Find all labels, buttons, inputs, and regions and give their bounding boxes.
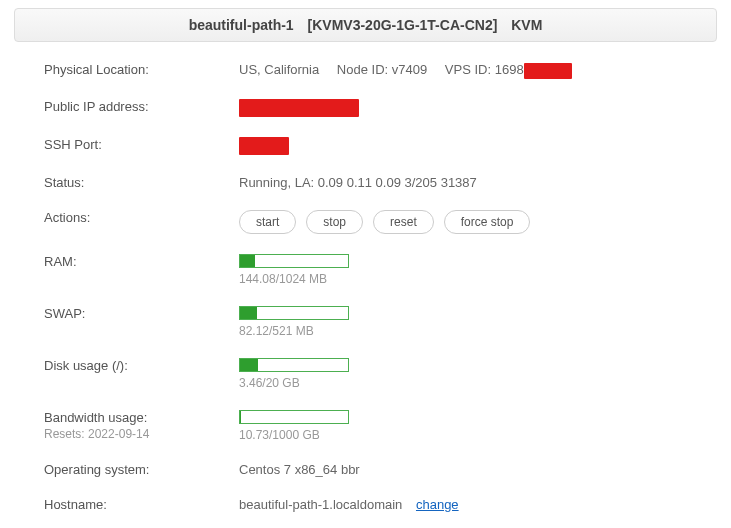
disk-progress [239,358,349,372]
row-status: Status: Running, LA: 0.09 0.11 0.09 3/20… [14,165,717,200]
actions-label: Actions: [44,210,239,225]
ram-progress [239,254,349,268]
vps-virt-type: KVM [511,17,542,33]
hostname-change-link[interactable]: change [416,497,459,512]
public-ip-redacted [239,99,359,117]
status-value: Running, LA: 0.09 0.11 0.09 3/205 31387 [239,175,717,190]
status-label: Status: [44,175,239,190]
row-physical-location: Physical Location: US, California Node I… [14,52,717,89]
row-swap: SWAP: 82.12/521 MB [14,296,717,348]
ssh-port-redacted [239,137,289,155]
node-id-value: v7409 [392,62,427,77]
physical-location-label: Physical Location: [44,62,239,77]
ssh-port-label: SSH Port: [44,137,239,152]
swap-usage-text: 82.12/521 MB [239,324,717,338]
bandwidth-reset-label: Resets: 2022-09-14 [44,427,239,441]
os-label: Operating system: [44,462,239,477]
vps-id-label: VPS ID: [445,62,491,77]
vps-title-bar: beautiful-path-1 [KVMV3-20G-1G-1T-CA-CN2… [14,8,717,42]
ram-usage-text: 144.08/1024 MB [239,272,717,286]
vps-id-redacted [524,63,572,79]
bandwidth-progress-fill [240,411,241,423]
disk-label: Disk usage (/): [44,358,239,373]
row-os: Operating system: Centos 7 x86_64 bbr [14,452,717,487]
physical-location-value: US, California [239,62,319,77]
row-hostname: Hostname: beautiful-path-1.localdomain c… [14,487,717,522]
os-value: Centos 7 x86_64 bbr [239,462,717,477]
vps-id-value: 1698 [495,62,524,77]
disk-progress-fill [240,359,258,371]
vps-plan: [KVMV3-20G-1G-1T-CA-CN2] [308,17,498,33]
bandwidth-progress [239,410,349,424]
row-actions: Actions: start stop reset force stop [14,200,717,244]
swap-progress-fill [240,307,257,319]
row-bandwidth: Bandwidth usage: Resets: 2022-09-14 10.7… [14,400,717,452]
node-id-label: Node ID: [337,62,388,77]
ram-label: RAM: [44,254,239,269]
row-ssh-port: SSH Port: [14,127,717,165]
vps-name: beautiful-path-1 [189,17,294,33]
reset-button[interactable]: reset [373,210,434,234]
row-public-ip: Public IP address: [14,89,717,127]
public-ip-label: Public IP address: [44,99,239,114]
bandwidth-label: Bandwidth usage: [44,410,239,425]
ram-progress-fill [240,255,255,267]
disk-usage-text: 3.46/20 GB [239,376,717,390]
force-stop-button[interactable]: force stop [444,210,531,234]
start-button[interactable]: start [239,210,296,234]
hostname-value: beautiful-path-1.localdomain [239,497,402,512]
row-disk: Disk usage (/): 3.46/20 GB [14,348,717,400]
bandwidth-usage-text: 10.73/1000 GB [239,428,717,442]
row-ram: RAM: 144.08/1024 MB [14,244,717,296]
stop-button[interactable]: stop [306,210,363,234]
swap-progress [239,306,349,320]
hostname-label: Hostname: [44,497,239,512]
swap-label: SWAP: [44,306,239,321]
